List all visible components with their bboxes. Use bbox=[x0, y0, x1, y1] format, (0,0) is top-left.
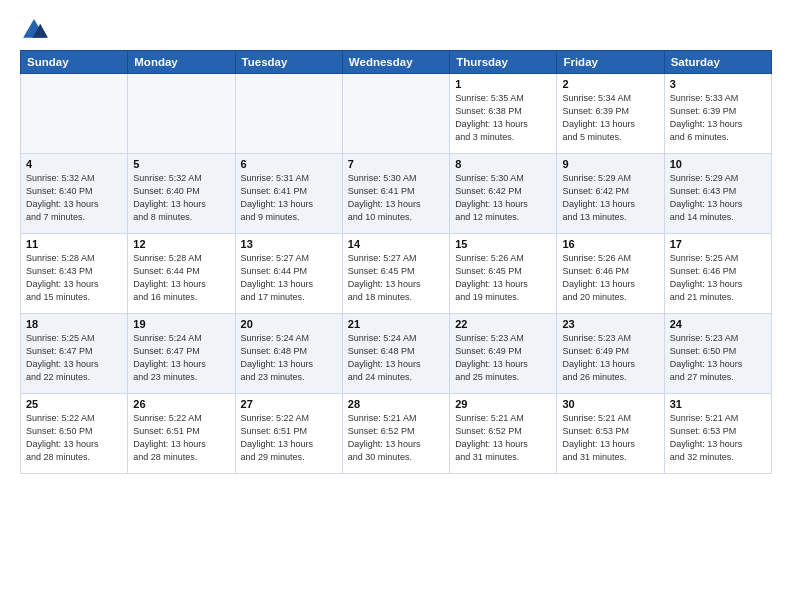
day-cell: 13Sunrise: 5:27 AM Sunset: 6:44 PM Dayli… bbox=[235, 234, 342, 314]
day-cell: 26Sunrise: 5:22 AM Sunset: 6:51 PM Dayli… bbox=[128, 394, 235, 474]
day-number: 18 bbox=[26, 318, 122, 330]
day-number: 20 bbox=[241, 318, 337, 330]
day-number: 16 bbox=[562, 238, 658, 250]
day-number: 9 bbox=[562, 158, 658, 170]
day-number: 4 bbox=[26, 158, 122, 170]
day-number: 26 bbox=[133, 398, 229, 410]
day-number: 6 bbox=[241, 158, 337, 170]
day-info: Sunrise: 5:26 AM Sunset: 6:46 PM Dayligh… bbox=[562, 252, 658, 304]
day-info: Sunrise: 5:21 AM Sunset: 6:53 PM Dayligh… bbox=[562, 412, 658, 464]
day-number: 2 bbox=[562, 78, 658, 90]
day-number: 27 bbox=[241, 398, 337, 410]
header-row: SundayMondayTuesdayWednesdayThursdayFrid… bbox=[21, 51, 772, 74]
day-cell: 9Sunrise: 5:29 AM Sunset: 6:42 PM Daylig… bbox=[557, 154, 664, 234]
day-cell: 7Sunrise: 5:30 AM Sunset: 6:41 PM Daylig… bbox=[342, 154, 449, 234]
day-info: Sunrise: 5:22 AM Sunset: 6:50 PM Dayligh… bbox=[26, 412, 122, 464]
day-number: 23 bbox=[562, 318, 658, 330]
day-cell: 6Sunrise: 5:31 AM Sunset: 6:41 PM Daylig… bbox=[235, 154, 342, 234]
day-number: 21 bbox=[348, 318, 444, 330]
day-info: Sunrise: 5:35 AM Sunset: 6:38 PM Dayligh… bbox=[455, 92, 551, 144]
day-cell: 11Sunrise: 5:28 AM Sunset: 6:43 PM Dayli… bbox=[21, 234, 128, 314]
day-info: Sunrise: 5:21 AM Sunset: 6:52 PM Dayligh… bbox=[455, 412, 551, 464]
day-number: 10 bbox=[670, 158, 766, 170]
day-number: 11 bbox=[26, 238, 122, 250]
day-cell: 21Sunrise: 5:24 AM Sunset: 6:48 PM Dayli… bbox=[342, 314, 449, 394]
day-info: Sunrise: 5:22 AM Sunset: 6:51 PM Dayligh… bbox=[241, 412, 337, 464]
day-number: 17 bbox=[670, 238, 766, 250]
day-info: Sunrise: 5:32 AM Sunset: 6:40 PM Dayligh… bbox=[133, 172, 229, 224]
day-cell: 3Sunrise: 5:33 AM Sunset: 6:39 PM Daylig… bbox=[664, 74, 771, 154]
header-cell-monday: Monday bbox=[128, 51, 235, 74]
day-cell bbox=[342, 74, 449, 154]
day-info: Sunrise: 5:23 AM Sunset: 6:49 PM Dayligh… bbox=[562, 332, 658, 384]
day-info: Sunrise: 5:27 AM Sunset: 6:44 PM Dayligh… bbox=[241, 252, 337, 304]
day-cell: 31Sunrise: 5:21 AM Sunset: 6:53 PM Dayli… bbox=[664, 394, 771, 474]
day-number: 19 bbox=[133, 318, 229, 330]
day-number: 5 bbox=[133, 158, 229, 170]
week-row-3: 18Sunrise: 5:25 AM Sunset: 6:47 PM Dayli… bbox=[21, 314, 772, 394]
logo-icon bbox=[20, 16, 48, 44]
day-info: Sunrise: 5:34 AM Sunset: 6:39 PM Dayligh… bbox=[562, 92, 658, 144]
day-cell bbox=[128, 74, 235, 154]
page: SundayMondayTuesdayWednesdayThursdayFrid… bbox=[0, 0, 792, 612]
day-info: Sunrise: 5:23 AM Sunset: 6:50 PM Dayligh… bbox=[670, 332, 766, 384]
day-cell: 16Sunrise: 5:26 AM Sunset: 6:46 PM Dayli… bbox=[557, 234, 664, 314]
day-cell: 28Sunrise: 5:21 AM Sunset: 6:52 PM Dayli… bbox=[342, 394, 449, 474]
day-cell: 15Sunrise: 5:26 AM Sunset: 6:45 PM Dayli… bbox=[450, 234, 557, 314]
day-cell: 23Sunrise: 5:23 AM Sunset: 6:49 PM Dayli… bbox=[557, 314, 664, 394]
day-info: Sunrise: 5:30 AM Sunset: 6:42 PM Dayligh… bbox=[455, 172, 551, 224]
day-number: 1 bbox=[455, 78, 551, 90]
day-info: Sunrise: 5:28 AM Sunset: 6:44 PM Dayligh… bbox=[133, 252, 229, 304]
header bbox=[20, 16, 772, 44]
day-cell: 20Sunrise: 5:24 AM Sunset: 6:48 PM Dayli… bbox=[235, 314, 342, 394]
day-info: Sunrise: 5:32 AM Sunset: 6:40 PM Dayligh… bbox=[26, 172, 122, 224]
day-info: Sunrise: 5:24 AM Sunset: 6:48 PM Dayligh… bbox=[241, 332, 337, 384]
header-cell-saturday: Saturday bbox=[664, 51, 771, 74]
day-info: Sunrise: 5:22 AM Sunset: 6:51 PM Dayligh… bbox=[133, 412, 229, 464]
header-cell-thursday: Thursday bbox=[450, 51, 557, 74]
header-cell-wednesday: Wednesday bbox=[342, 51, 449, 74]
day-cell: 27Sunrise: 5:22 AM Sunset: 6:51 PM Dayli… bbox=[235, 394, 342, 474]
day-cell bbox=[21, 74, 128, 154]
week-row-0: 1Sunrise: 5:35 AM Sunset: 6:38 PM Daylig… bbox=[21, 74, 772, 154]
day-cell: 29Sunrise: 5:21 AM Sunset: 6:52 PM Dayli… bbox=[450, 394, 557, 474]
week-row-4: 25Sunrise: 5:22 AM Sunset: 6:50 PM Dayli… bbox=[21, 394, 772, 474]
day-info: Sunrise: 5:29 AM Sunset: 6:42 PM Dayligh… bbox=[562, 172, 658, 224]
calendar-header: SundayMondayTuesdayWednesdayThursdayFrid… bbox=[21, 51, 772, 74]
day-info: Sunrise: 5:28 AM Sunset: 6:43 PM Dayligh… bbox=[26, 252, 122, 304]
day-number: 7 bbox=[348, 158, 444, 170]
day-number: 8 bbox=[455, 158, 551, 170]
day-cell: 18Sunrise: 5:25 AM Sunset: 6:47 PM Dayli… bbox=[21, 314, 128, 394]
day-info: Sunrise: 5:27 AM Sunset: 6:45 PM Dayligh… bbox=[348, 252, 444, 304]
day-info: Sunrise: 5:26 AM Sunset: 6:45 PM Dayligh… bbox=[455, 252, 551, 304]
day-info: Sunrise: 5:31 AM Sunset: 6:41 PM Dayligh… bbox=[241, 172, 337, 224]
day-number: 14 bbox=[348, 238, 444, 250]
day-cell: 10Sunrise: 5:29 AM Sunset: 6:43 PM Dayli… bbox=[664, 154, 771, 234]
day-info: Sunrise: 5:24 AM Sunset: 6:47 PM Dayligh… bbox=[133, 332, 229, 384]
day-cell: 1Sunrise: 5:35 AM Sunset: 6:38 PM Daylig… bbox=[450, 74, 557, 154]
logo bbox=[20, 16, 52, 44]
day-cell: 19Sunrise: 5:24 AM Sunset: 6:47 PM Dayli… bbox=[128, 314, 235, 394]
day-number: 22 bbox=[455, 318, 551, 330]
day-info: Sunrise: 5:29 AM Sunset: 6:43 PM Dayligh… bbox=[670, 172, 766, 224]
day-info: Sunrise: 5:30 AM Sunset: 6:41 PM Dayligh… bbox=[348, 172, 444, 224]
day-info: Sunrise: 5:25 AM Sunset: 6:47 PM Dayligh… bbox=[26, 332, 122, 384]
day-number: 24 bbox=[670, 318, 766, 330]
day-info: Sunrise: 5:21 AM Sunset: 6:53 PM Dayligh… bbox=[670, 412, 766, 464]
calendar-table: SundayMondayTuesdayWednesdayThursdayFrid… bbox=[20, 50, 772, 474]
day-number: 25 bbox=[26, 398, 122, 410]
header-cell-friday: Friday bbox=[557, 51, 664, 74]
day-cell: 24Sunrise: 5:23 AM Sunset: 6:50 PM Dayli… bbox=[664, 314, 771, 394]
day-cell: 22Sunrise: 5:23 AM Sunset: 6:49 PM Dayli… bbox=[450, 314, 557, 394]
header-cell-sunday: Sunday bbox=[21, 51, 128, 74]
day-number: 29 bbox=[455, 398, 551, 410]
week-row-1: 4Sunrise: 5:32 AM Sunset: 6:40 PM Daylig… bbox=[21, 154, 772, 234]
day-cell: 17Sunrise: 5:25 AM Sunset: 6:46 PM Dayli… bbox=[664, 234, 771, 314]
header-cell-tuesday: Tuesday bbox=[235, 51, 342, 74]
day-info: Sunrise: 5:24 AM Sunset: 6:48 PM Dayligh… bbox=[348, 332, 444, 384]
day-cell: 25Sunrise: 5:22 AM Sunset: 6:50 PM Dayli… bbox=[21, 394, 128, 474]
week-row-2: 11Sunrise: 5:28 AM Sunset: 6:43 PM Dayli… bbox=[21, 234, 772, 314]
day-info: Sunrise: 5:25 AM Sunset: 6:46 PM Dayligh… bbox=[670, 252, 766, 304]
day-cell: 2Sunrise: 5:34 AM Sunset: 6:39 PM Daylig… bbox=[557, 74, 664, 154]
day-cell: 12Sunrise: 5:28 AM Sunset: 6:44 PM Dayli… bbox=[128, 234, 235, 314]
